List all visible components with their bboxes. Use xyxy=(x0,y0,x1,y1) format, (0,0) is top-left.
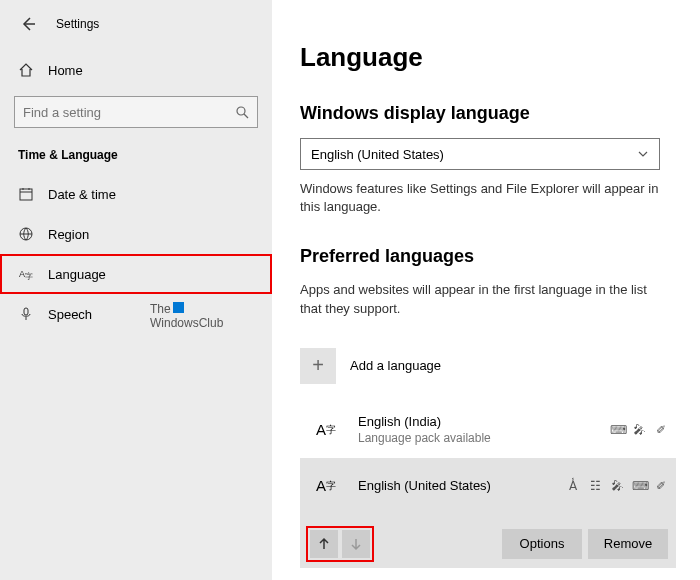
add-language-button[interactable]: + Add a language xyxy=(300,348,676,384)
move-down-button[interactable] xyxy=(342,530,370,558)
sidebar-item-region[interactable]: Region xyxy=(0,214,272,254)
search-input[interactable] xyxy=(23,105,235,120)
nav-label: Speech xyxy=(48,307,92,322)
display-icon: A̾ xyxy=(566,479,580,493)
home-label: Home xyxy=(48,63,83,78)
remove-button[interactable]: Remove xyxy=(588,529,668,559)
search-icon xyxy=(235,105,249,119)
language-badges: A̾ ☷ 🎤︎ ⌨ ✐ xyxy=(566,479,668,493)
arrow-down-icon xyxy=(349,537,363,551)
mic-icon: 🎤︎ xyxy=(632,423,646,437)
display-language-desc: Windows features like Settings and File … xyxy=(300,180,670,216)
svg-rect-1 xyxy=(20,189,32,200)
chevron-down-icon xyxy=(637,148,649,160)
preferred-languages-heading: Preferred languages xyxy=(300,246,676,267)
svg-rect-5 xyxy=(24,308,28,315)
display-language-heading: Windows display language xyxy=(300,103,676,124)
sidebar-item-language[interactable]: A字 Language xyxy=(0,254,272,294)
mic-icon: 🎤︎ xyxy=(610,479,624,493)
back-button[interactable] xyxy=(18,14,38,34)
arrow-left-icon xyxy=(20,16,36,32)
preferred-languages-desc: Apps and websites will appear in the fir… xyxy=(300,281,670,317)
home-icon xyxy=(18,62,34,78)
handwriting-icon: ✐ xyxy=(654,423,668,437)
language-name: English (United States) xyxy=(358,478,552,493)
nav-label: Date & time xyxy=(48,187,116,202)
keyboard-icon: ⌨ xyxy=(632,479,646,493)
add-language-label: Add a language xyxy=(350,358,441,373)
keyboard-icon: ⌨ xyxy=(610,423,624,437)
language-glyph-icon: A字 xyxy=(308,412,344,448)
calendar-icon xyxy=(18,186,34,202)
nav-label: Language xyxy=(48,267,106,282)
language-subtext: Language pack available xyxy=(358,431,596,445)
language-item[interactable]: A字 English (India) Language pack availab… xyxy=(300,402,676,458)
section-title: Time & Language xyxy=(0,142,272,174)
watermark-square-icon xyxy=(173,302,184,313)
language-item-selected[interactable]: A字 English (United States) A̾ ☷ 🎤︎ ⌨ ✐ xyxy=(300,458,676,520)
svg-text:字: 字 xyxy=(25,272,33,281)
plus-icon: + xyxy=(300,348,336,384)
search-box[interactable] xyxy=(14,96,258,128)
options-button[interactable]: Options xyxy=(502,529,582,559)
tts-icon: ☷ xyxy=(588,479,602,493)
language-controls: Options Remove xyxy=(300,520,676,568)
reorder-buttons xyxy=(308,528,372,560)
page-title: Language xyxy=(300,42,676,73)
display-language-dropdown[interactable]: English (United States) xyxy=(300,138,660,170)
language-badges: ⌨ 🎤︎ ✐ xyxy=(610,423,668,437)
svg-point-0 xyxy=(237,107,245,115)
sidebar-item-date-time[interactable]: Date & time xyxy=(0,174,272,214)
arrow-up-icon xyxy=(317,537,331,551)
mic-icon xyxy=(18,306,34,322)
nav-label: Region xyxy=(48,227,89,242)
globe-icon xyxy=(18,226,34,242)
language-icon: A字 xyxy=(18,266,34,282)
move-up-button[interactable] xyxy=(310,530,338,558)
settings-title: Settings xyxy=(56,17,99,31)
language-name: English (India) xyxy=(358,414,596,429)
dropdown-value: English (United States) xyxy=(311,147,444,162)
sidebar-home[interactable]: Home xyxy=(0,52,272,88)
handwriting-icon: ✐ xyxy=(654,479,668,493)
watermark: The WindowsClub xyxy=(150,302,223,331)
sidebar-item-speech[interactable]: Speech xyxy=(0,294,272,334)
language-glyph-icon: A字 xyxy=(308,468,344,504)
main-content: Language Windows display language Englis… xyxy=(272,0,700,580)
